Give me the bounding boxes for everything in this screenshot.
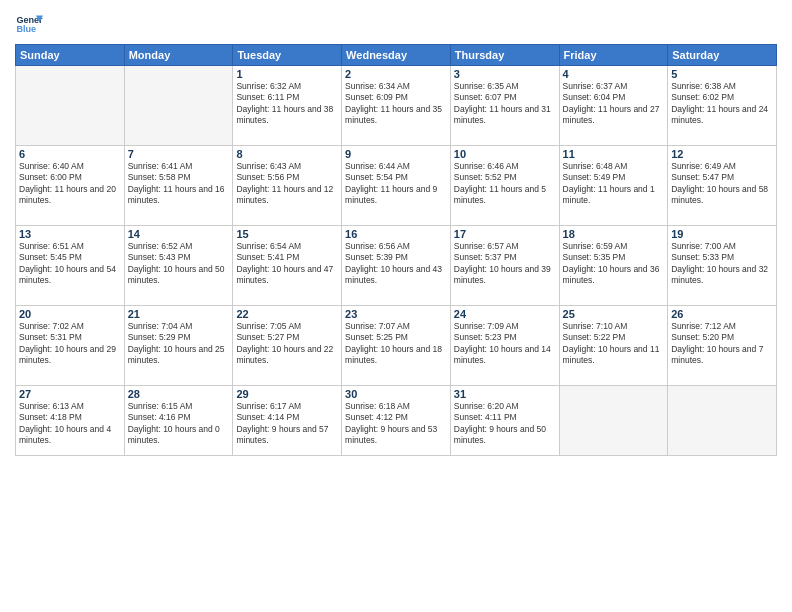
day-info: Sunrise: 6:49 AM Sunset: 5:47 PM Dayligh… (671, 161, 773, 207)
calendar-cell: 25Sunrise: 7:10 AM Sunset: 5:22 PM Dayli… (559, 306, 668, 386)
calendar-cell: 14Sunrise: 6:52 AM Sunset: 5:43 PM Dayli… (124, 226, 233, 306)
day-number: 9 (345, 148, 447, 160)
day-info: Sunrise: 6:59 AM Sunset: 5:35 PM Dayligh… (563, 241, 665, 287)
day-info: Sunrise: 6:57 AM Sunset: 5:37 PM Dayligh… (454, 241, 556, 287)
weekday-header-sunday: Sunday (16, 45, 125, 66)
calendar-cell: 31Sunrise: 6:20 AM Sunset: 4:11 PM Dayli… (450, 386, 559, 456)
day-number: 18 (563, 228, 665, 240)
weekday-header-wednesday: Wednesday (342, 45, 451, 66)
day-info: Sunrise: 7:05 AM Sunset: 5:27 PM Dayligh… (236, 321, 338, 367)
day-info: Sunrise: 6:32 AM Sunset: 6:11 PM Dayligh… (236, 81, 338, 127)
day-info: Sunrise: 6:44 AM Sunset: 5:54 PM Dayligh… (345, 161, 447, 207)
day-number: 16 (345, 228, 447, 240)
calendar-cell: 17Sunrise: 6:57 AM Sunset: 5:37 PM Dayli… (450, 226, 559, 306)
day-number: 25 (563, 308, 665, 320)
day-info: Sunrise: 7:02 AM Sunset: 5:31 PM Dayligh… (19, 321, 121, 367)
weekday-header-saturday: Saturday (668, 45, 777, 66)
calendar-cell: 28Sunrise: 6:15 AM Sunset: 4:16 PM Dayli… (124, 386, 233, 456)
day-number: 11 (563, 148, 665, 160)
day-info: Sunrise: 7:10 AM Sunset: 5:22 PM Dayligh… (563, 321, 665, 367)
week-row-3: 13Sunrise: 6:51 AM Sunset: 5:45 PM Dayli… (16, 226, 777, 306)
day-number: 10 (454, 148, 556, 160)
day-number: 28 (128, 388, 230, 400)
day-number: 21 (128, 308, 230, 320)
weekday-header-monday: Monday (124, 45, 233, 66)
day-number: 30 (345, 388, 447, 400)
day-info: Sunrise: 6:41 AM Sunset: 5:58 PM Dayligh… (128, 161, 230, 207)
day-info: Sunrise: 7:00 AM Sunset: 5:33 PM Dayligh… (671, 241, 773, 287)
calendar-cell: 4Sunrise: 6:37 AM Sunset: 6:04 PM Daylig… (559, 66, 668, 146)
day-number: 14 (128, 228, 230, 240)
day-number: 6 (19, 148, 121, 160)
day-number: 20 (19, 308, 121, 320)
week-row-5: 27Sunrise: 6:13 AM Sunset: 4:18 PM Dayli… (16, 386, 777, 456)
calendar-cell: 1Sunrise: 6:32 AM Sunset: 6:11 PM Daylig… (233, 66, 342, 146)
day-info: Sunrise: 6:38 AM Sunset: 6:02 PM Dayligh… (671, 81, 773, 127)
day-number: 23 (345, 308, 447, 320)
calendar-cell: 8Sunrise: 6:43 AM Sunset: 5:56 PM Daylig… (233, 146, 342, 226)
day-number: 17 (454, 228, 556, 240)
calendar-cell: 20Sunrise: 7:02 AM Sunset: 5:31 PM Dayli… (16, 306, 125, 386)
day-number: 24 (454, 308, 556, 320)
day-info: Sunrise: 7:07 AM Sunset: 5:25 PM Dayligh… (345, 321, 447, 367)
day-info: Sunrise: 6:51 AM Sunset: 5:45 PM Dayligh… (19, 241, 121, 287)
week-row-1: 1Sunrise: 6:32 AM Sunset: 6:11 PM Daylig… (16, 66, 777, 146)
day-number: 27 (19, 388, 121, 400)
calendar-cell: 30Sunrise: 6:18 AM Sunset: 4:12 PM Dayli… (342, 386, 451, 456)
day-info: Sunrise: 6:43 AM Sunset: 5:56 PM Dayligh… (236, 161, 338, 207)
day-number: 29 (236, 388, 338, 400)
svg-text:Blue: Blue (16, 24, 36, 34)
calendar-cell: 6Sunrise: 6:40 AM Sunset: 6:00 PM Daylig… (16, 146, 125, 226)
calendar-cell: 11Sunrise: 6:48 AM Sunset: 5:49 PM Dayli… (559, 146, 668, 226)
calendar-cell: 23Sunrise: 7:07 AM Sunset: 5:25 PM Dayli… (342, 306, 451, 386)
calendar-cell: 21Sunrise: 7:04 AM Sunset: 5:29 PM Dayli… (124, 306, 233, 386)
day-number: 2 (345, 68, 447, 80)
calendar-cell: 5Sunrise: 6:38 AM Sunset: 6:02 PM Daylig… (668, 66, 777, 146)
calendar-cell (668, 386, 777, 456)
weekday-header-thursday: Thursday (450, 45, 559, 66)
day-info: Sunrise: 6:40 AM Sunset: 6:00 PM Dayligh… (19, 161, 121, 207)
calendar-cell: 12Sunrise: 6:49 AM Sunset: 5:47 PM Dayli… (668, 146, 777, 226)
calendar-cell: 9Sunrise: 6:44 AM Sunset: 5:54 PM Daylig… (342, 146, 451, 226)
calendar-cell: 27Sunrise: 6:13 AM Sunset: 4:18 PM Dayli… (16, 386, 125, 456)
day-info: Sunrise: 6:18 AM Sunset: 4:12 PM Dayligh… (345, 401, 447, 447)
day-info: Sunrise: 7:09 AM Sunset: 5:23 PM Dayligh… (454, 321, 556, 367)
day-number: 15 (236, 228, 338, 240)
day-info: Sunrise: 6:35 AM Sunset: 6:07 PM Dayligh… (454, 81, 556, 127)
weekday-header-friday: Friday (559, 45, 668, 66)
calendar-cell: 3Sunrise: 6:35 AM Sunset: 6:07 PM Daylig… (450, 66, 559, 146)
day-info: Sunrise: 6:20 AM Sunset: 4:11 PM Dayligh… (454, 401, 556, 447)
day-info: Sunrise: 7:04 AM Sunset: 5:29 PM Dayligh… (128, 321, 230, 367)
day-info: Sunrise: 6:15 AM Sunset: 4:16 PM Dayligh… (128, 401, 230, 447)
calendar-cell: 16Sunrise: 6:56 AM Sunset: 5:39 PM Dayli… (342, 226, 451, 306)
day-info: Sunrise: 6:56 AM Sunset: 5:39 PM Dayligh… (345, 241, 447, 287)
calendar-cell: 15Sunrise: 6:54 AM Sunset: 5:41 PM Dayli… (233, 226, 342, 306)
day-number: 31 (454, 388, 556, 400)
day-info: Sunrise: 6:46 AM Sunset: 5:52 PM Dayligh… (454, 161, 556, 207)
day-number: 4 (563, 68, 665, 80)
day-info: Sunrise: 6:48 AM Sunset: 5:49 PM Dayligh… (563, 161, 665, 207)
calendar-cell (124, 66, 233, 146)
calendar-cell (16, 66, 125, 146)
day-number: 8 (236, 148, 338, 160)
day-info: Sunrise: 6:13 AM Sunset: 4:18 PM Dayligh… (19, 401, 121, 447)
day-number: 22 (236, 308, 338, 320)
logo: General Blue (15, 10, 43, 38)
day-number: 26 (671, 308, 773, 320)
calendar-cell: 26Sunrise: 7:12 AM Sunset: 5:20 PM Dayli… (668, 306, 777, 386)
calendar-cell: 2Sunrise: 6:34 AM Sunset: 6:09 PM Daylig… (342, 66, 451, 146)
calendar-cell: 24Sunrise: 7:09 AM Sunset: 5:23 PM Dayli… (450, 306, 559, 386)
day-number: 7 (128, 148, 230, 160)
day-info: Sunrise: 6:54 AM Sunset: 5:41 PM Dayligh… (236, 241, 338, 287)
day-number: 3 (454, 68, 556, 80)
calendar-cell (559, 386, 668, 456)
calendar-cell: 19Sunrise: 7:00 AM Sunset: 5:33 PM Dayli… (668, 226, 777, 306)
calendar-cell: 10Sunrise: 6:46 AM Sunset: 5:52 PM Dayli… (450, 146, 559, 226)
day-number: 5 (671, 68, 773, 80)
weekday-header-row: SundayMondayTuesdayWednesdayThursdayFrid… (16, 45, 777, 66)
day-info: Sunrise: 6:37 AM Sunset: 6:04 PM Dayligh… (563, 81, 665, 127)
calendar-table: SundayMondayTuesdayWednesdayThursdayFrid… (15, 44, 777, 456)
day-number: 19 (671, 228, 773, 240)
day-info: Sunrise: 7:12 AM Sunset: 5:20 PM Dayligh… (671, 321, 773, 367)
calendar-cell: 18Sunrise: 6:59 AM Sunset: 5:35 PM Dayli… (559, 226, 668, 306)
